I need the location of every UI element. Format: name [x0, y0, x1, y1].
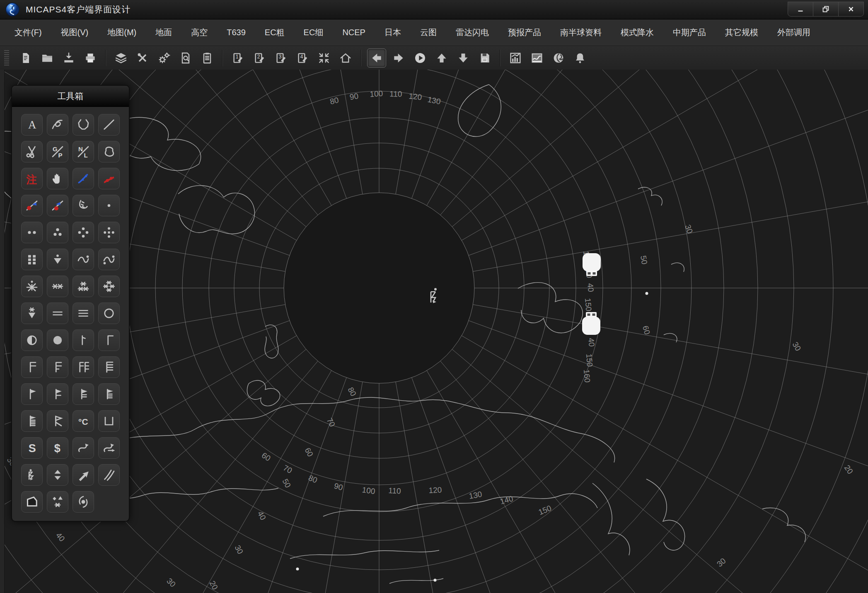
tool-lines-two[interactable] — [47, 303, 68, 324]
left-panel-edge[interactable] — [0, 70, 5, 593]
stat-chart-button[interactable] — [506, 49, 525, 67]
tool-thunderstorm[interactable] — [21, 464, 43, 486]
tool-annotate-note[interactable]: 注 — [21, 168, 43, 189]
tool-grid-blocks[interactable] — [21, 249, 43, 270]
menu-item-14[interactable]: 南半球资料 — [551, 27, 611, 38]
tool-barb-pair[interactable] — [73, 356, 94, 378]
menu-item-7[interactable]: EC粗 — [255, 27, 294, 38]
menu-item-13[interactable]: 预报产品 — [498, 27, 551, 38]
restore-button[interactable] — [813, 2, 838, 16]
tool-barb-two-half[interactable] — [47, 356, 68, 378]
home-button[interactable] — [336, 49, 355, 67]
tool-shear-line[interactable] — [73, 195, 94, 216]
toolbox-title[interactable]: 工具箱 — [12, 86, 129, 107]
tool-cold-front[interactable] — [73, 168, 94, 189]
station-dot[interactable] — [646, 292, 648, 295]
tool-letter-s[interactable]: S — [21, 437, 43, 459]
map-area[interactable]: 8090100110120130607080901001101201301401… — [0, 70, 868, 593]
usb-up[interactable] — [582, 312, 600, 335]
tool-dollar[interactable]: $ — [47, 437, 68, 459]
settings-gears-button[interactable] — [155, 49, 173, 67]
nav-back-button[interactable] — [367, 48, 386, 68]
shrink-view-button[interactable] — [315, 49, 333, 67]
edit-page-2-button[interactable]: 2 — [250, 49, 268, 67]
tool-open-polyline[interactable] — [73, 114, 94, 136]
menu-item-2[interactable]: 视图(V) — [51, 27, 98, 38]
tool-s-double-arrow[interactable] — [98, 437, 120, 459]
tool-smooth-curve[interactable] — [98, 114, 120, 136]
tool-flag-slash[interactable] — [47, 410, 68, 432]
tool-triangle-down-dot[interactable] — [47, 249, 68, 270]
tool-square-open[interactable] — [98, 410, 120, 432]
minimize-button[interactable] — [788, 2, 813, 16]
menu-item-1[interactable]: 文件(F) — [5, 27, 51, 38]
tool-flag-three-lines[interactable] — [98, 383, 120, 405]
tool-triangle-snow[interactable] — [21, 303, 43, 324]
tool-barb-half[interactable] — [73, 329, 94, 351]
tool-typhoon[interactable] — [73, 491, 94, 513]
new-document-button[interactable] — [17, 49, 35, 67]
tool-dots-four[interactable] — [73, 222, 94, 243]
tool-snow-four[interactable] — [98, 276, 120, 297]
menu-item-18[interactable]: 外部调用 — [768, 27, 820, 38]
nav-forward-button[interactable] — [389, 49, 408, 67]
tool-circle-outline[interactable] — [98, 303, 120, 324]
edit-page-3-button[interactable]: 3 — [272, 49, 290, 67]
menu-item-17[interactable]: 其它规模 — [716, 27, 768, 38]
tool-stationary-front[interactable] — [47, 195, 68, 216]
edit-page-4-button[interactable]: 4 — [293, 49, 312, 67]
menu-item-11[interactable]: 云图 — [411, 27, 446, 38]
curve-chart-button[interactable] — [528, 49, 546, 67]
clipboard-button[interactable] — [198, 49, 216, 67]
tool-curve-pen[interactable] — [47, 114, 68, 136]
tool-celsius[interactable]: °C — [73, 410, 94, 432]
tool-dots-three[interactable] — [47, 222, 68, 243]
tool-gp-switch[interactable]: GP — [47, 141, 68, 162]
toolbox-panel[interactable]: 工具箱 AGPNL注°CS$ — [11, 85, 130, 522]
toolbar-grip-handle[interactable] — [4, 50, 9, 66]
menu-item-3[interactable]: 地图(M) — [98, 27, 146, 38]
tool-arrow-ne[interactable] — [73, 464, 94, 486]
tool-polygon-fill[interactable] — [21, 491, 43, 513]
menu-item-9[interactable]: NCEP — [333, 28, 375, 37]
tool-flag-four-lines[interactable] — [21, 410, 43, 432]
menu-item-12[interactable]: 雷达闪电 — [446, 27, 498, 38]
tool-scissors-cut[interactable] — [21, 141, 43, 162]
tool-occluded-front[interactable] — [21, 195, 43, 216]
tool-barb-four[interactable] — [98, 356, 120, 378]
tool-closed-curve[interactable] — [98, 141, 120, 162]
tool-dots-two[interactable] — [21, 222, 43, 243]
tool-wave-dot[interactable] — [73, 249, 94, 270]
tool-nl-switch[interactable]: NL — [73, 141, 94, 162]
nav-down-button[interactable] — [454, 49, 472, 67]
menu-item-8[interactable]: EC细 — [294, 27, 333, 38]
tool-circle-filled[interactable] — [47, 329, 68, 351]
menu-item-15[interactable]: 模式降水 — [611, 27, 663, 38]
nav-play-button[interactable] — [411, 49, 429, 67]
globe-button[interactable] — [549, 49, 568, 67]
tool-snow-star-dot[interactable] — [21, 276, 43, 297]
map-canvas[interactable]: 8090100110120130607080901001101201301401… — [0, 70, 868, 593]
nav-up-button[interactable] — [433, 49, 451, 67]
tool-warm-front[interactable] — [98, 168, 120, 189]
tool-dots-five[interactable] — [98, 222, 120, 243]
tool-barb-two[interactable] — [21, 356, 43, 378]
print-button[interactable] — [81, 49, 99, 67]
open-folder-button[interactable] — [38, 49, 56, 67]
menu-item-16[interactable]: 中期产品 — [663, 27, 716, 38]
menu-item-10[interactable]: 日本 — [375, 27, 411, 38]
preview-document-button[interactable] — [177, 49, 195, 67]
station-dot[interactable] — [296, 568, 299, 571]
tool-wave-two-dots[interactable] — [98, 249, 120, 270]
tool-diamond-updown[interactable] — [47, 464, 68, 486]
tool-flag-plain[interactable] — [21, 383, 43, 405]
menu-item-5[interactable]: 高空 — [181, 27, 217, 38]
tool-text-a[interactable]: A — [21, 114, 43, 136]
tool-lines-three[interactable] — [73, 303, 94, 324]
close-button[interactable] — [838, 2, 863, 16]
tool-flag-one-line[interactable] — [47, 383, 68, 405]
tool-dot-single[interactable] — [98, 195, 120, 216]
tool-snow-three[interactable] — [73, 276, 94, 297]
menu-item-6[interactable]: T639 — [217, 28, 255, 37]
save-floppy-button[interactable] — [476, 49, 494, 67]
